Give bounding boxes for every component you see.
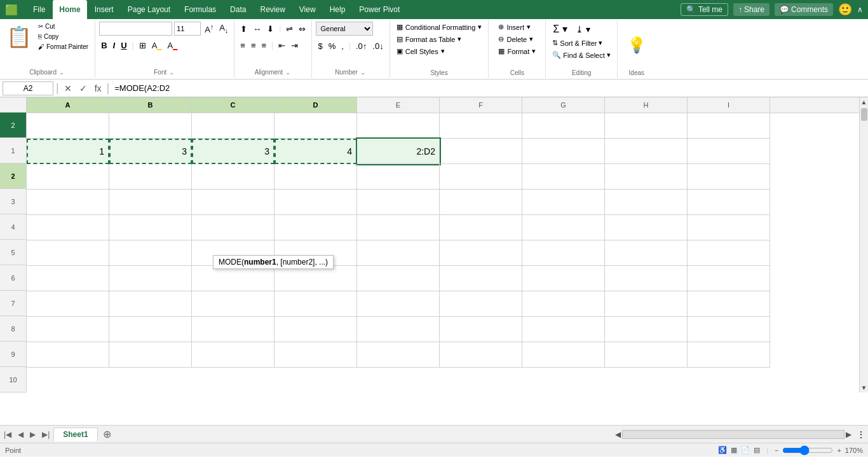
decrease-font-size-button[interactable]: A↓ [217, 22, 230, 36]
row-header-10[interactable]: 10 [0, 367, 26, 392]
sheet-tab-sheet1[interactable]: Sheet1 [53, 427, 97, 441]
number-format-select[interactable]: General Number Currency Accounting Date … [316, 22, 373, 36]
col-header-i[interactable]: I [688, 97, 770, 113]
find-select-button[interactable]: 🔍 Find & Select ▾ [550, 50, 613, 60]
page-break-preview-button[interactable]: ▤ [754, 446, 760, 454]
cell-a3[interactable] [27, 164, 109, 190]
cell-i3[interactable] [688, 164, 770, 190]
zoom-slider[interactable] [782, 445, 833, 455]
view-settings-button[interactable]: ⋮ [854, 429, 868, 440]
accounting-format-button[interactable]: $ [316, 39, 324, 53]
cell-a5[interactable] [27, 215, 109, 240]
cell-g2[interactable] [522, 139, 605, 164]
cell-i6[interactable] [688, 240, 770, 266]
cell-i7[interactable] [688, 266, 770, 291]
cell-f4[interactable] [440, 190, 522, 215]
cell-d3[interactable] [275, 164, 357, 190]
font-name-input[interactable] [99, 22, 172, 36]
decrease-decimal-button[interactable]: .0↓ [370, 39, 385, 53]
name-box[interactable] [3, 81, 53, 95]
fill-button[interactable]: ⤓ ▾ [573, 23, 593, 36]
cell-f10[interactable] [440, 342, 522, 368]
merge-center-button[interactable]: ⇔ [297, 22, 308, 36]
cell-f1[interactable] [440, 113, 522, 139]
cell-b10[interactable] [109, 342, 192, 368]
cell-f7[interactable] [440, 266, 522, 291]
cell-g7[interactable] [522, 266, 605, 291]
cell-e10[interactable] [357, 342, 440, 368]
cell-d6[interactable] [275, 240, 357, 266]
tab-help[interactable]: Help [323, 0, 352, 19]
cell-c3[interactable] [192, 164, 275, 190]
cell-b4[interactable] [109, 190, 192, 215]
format-painter-button[interactable]: 🖌 Format Painter [36, 42, 91, 52]
tab-view[interactable]: View [293, 0, 322, 19]
comments-button[interactable]: 💬 Comments [775, 3, 833, 16]
cell-a7[interactable] [27, 266, 109, 291]
col-header-f[interactable]: F [440, 97, 522, 113]
cell-d4[interactable] [275, 190, 357, 215]
cell-f6[interactable] [440, 240, 522, 266]
cell-b7[interactable] [109, 266, 192, 291]
row-header-3[interactable]: 3 [0, 189, 26, 214]
sheet-next-button[interactable]: ▶ [27, 429, 38, 440]
sheet-first-button[interactable]: |◀ [1, 429, 14, 440]
ribbon-collapse-button[interactable]: ∧ [857, 5, 863, 14]
cell-e4[interactable] [357, 190, 440, 215]
cell-d10[interactable] [275, 342, 357, 368]
row-header-6[interactable]: 6 [0, 265, 26, 291]
align-left-button[interactable]: ≡ [238, 38, 247, 52]
cell-i1[interactable] [688, 113, 770, 139]
cell-h10[interactable] [605, 342, 688, 368]
delete-button[interactable]: ⊖ Delete ▾ [496, 34, 536, 45]
page-layout-view-button[interactable]: 📄 [741, 446, 750, 454]
function-wizard-button[interactable]: fx [92, 83, 104, 94]
cell-b2[interactable]: 3 [109, 139, 192, 164]
cell-g10[interactable] [522, 342, 605, 368]
normal-view-button[interactable]: ▦ [731, 446, 737, 454]
cell-h1[interactable] [605, 113, 688, 139]
cell-i10[interactable] [688, 342, 770, 368]
cell-h6[interactable] [605, 240, 688, 266]
cell-a9[interactable] [27, 317, 109, 342]
cell-i4[interactable] [688, 190, 770, 215]
tab-power-pivot[interactable]: Power Pivot [353, 0, 406, 19]
cell-h5[interactable] [605, 215, 688, 240]
cell-h7[interactable] [605, 266, 688, 291]
increase-decimal-button[interactable]: .0↑ [354, 39, 369, 53]
horizontal-scrollbar[interactable] [622, 430, 844, 439]
row-header-2[interactable]: 2 [0, 113, 26, 138]
cell-e5[interactable] [357, 215, 440, 240]
tab-home[interactable]: Home [53, 0, 86, 19]
cell-a6[interactable] [27, 240, 109, 266]
font-color-button[interactable]: A_ [166, 38, 180, 52]
zoom-in-button[interactable]: + [837, 447, 841, 454]
col-header-g[interactable]: G [522, 97, 605, 113]
cell-e9[interactable] [357, 317, 440, 342]
cut-button[interactable]: ✂ Cut [36, 22, 91, 31]
cell-c8[interactable] [192, 291, 275, 317]
tab-file[interactable]: File [27, 0, 51, 19]
row-header-1[interactable]: 1 [0, 138, 26, 163]
cell-a4[interactable] [27, 190, 109, 215]
format-button[interactable]: ▦ Format ▾ [496, 46, 538, 57]
sort-filter-button[interactable]: ⇅ Sort & Filter ▾ [550, 38, 605, 48]
align-bottom-button[interactable]: ⬇ [265, 22, 276, 36]
horizontal-scroll-area[interactable]: ◀ ▶ [613, 430, 854, 439]
col-corner[interactable] [0, 97, 27, 113]
scroll-down-arrow[interactable]: ▼ [860, 383, 868, 392]
col-header-e[interactable]: E [357, 97, 440, 113]
format-as-table-button[interactable]: ▤ Format as Table ▾ [394, 34, 465, 45]
cell-b8[interactable] [109, 291, 192, 317]
cell-b1[interactable] [109, 113, 192, 139]
insert-button[interactable]: ⊕ Insert ▾ [496, 22, 533, 32]
tab-review[interactable]: Review [254, 0, 291, 19]
cell-f9[interactable] [440, 317, 522, 342]
cell-g5[interactable] [522, 215, 605, 240]
row-header-8[interactable]: 8 [0, 316, 26, 342]
paste-button[interactable]: 📋 [4, 22, 34, 52]
scroll-thumb[interactable] [861, 108, 867, 121]
zoom-out-button[interactable]: − [775, 447, 778, 454]
tab-insert[interactable]: Insert [88, 0, 120, 19]
increase-indent-button[interactable]: ⇥ [289, 38, 300, 52]
